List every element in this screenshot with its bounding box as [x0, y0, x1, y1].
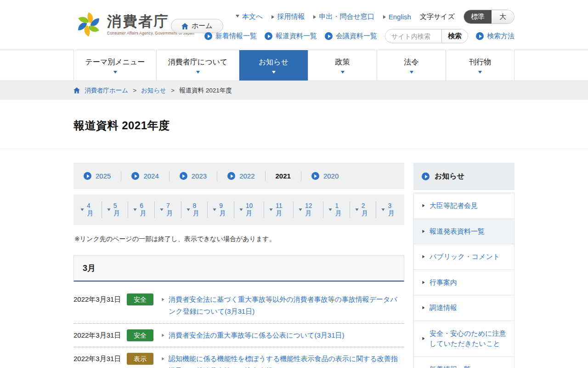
- search-input[interactable]: [385, 30, 441, 42]
- utility-link[interactable]: English: [383, 13, 411, 21]
- news-link[interactable]: 消費者安全法に基づく重大事故等以外の消費者事故等の事故情報データバンク登録につい…: [169, 293, 404, 318]
- pinwheel-logo-icon: [75, 10, 102, 40]
- font-size-large-button[interactable]: 大: [492, 10, 514, 23]
- news-link[interactable]: 認知機能に係る機能性を標ぼうする機能性表示食品の表示に関する改善指導及び一般消費…: [169, 353, 404, 368]
- year-link[interactable]: 2025: [74, 171, 121, 181]
- sidebar-item-label: 安全・安心のために注意していただきたいこと: [430, 328, 509, 349]
- sidebar-item[interactable]: 大臣等記者会見: [414, 193, 514, 219]
- nav-item-label: 政策: [335, 58, 350, 67]
- chevron-down-icon: [134, 208, 137, 211]
- nav-item[interactable]: 消費者庁について: [156, 50, 239, 80]
- month-link-label: 10月: [246, 202, 259, 218]
- chevron-down-icon: [341, 71, 345, 74]
- month-link-label: 1月: [335, 202, 345, 218]
- chevron-down-icon: [355, 208, 358, 211]
- sidebar-item-label: 大臣等記者会見: [430, 201, 478, 211]
- quick-link[interactable]: 会議資料一覧: [325, 32, 377, 40]
- year-link[interactable]: 2024: [121, 171, 169, 181]
- sidebar-item[interactable]: 調達情報: [414, 295, 514, 321]
- year-link[interactable]: 2021: [266, 171, 301, 181]
- month-link-label: 2月: [362, 202, 371, 218]
- home-icon: [181, 23, 188, 29]
- month-link-label: 5月: [113, 202, 123, 218]
- breadcrumb-section-link[interactable]: お知らせ: [141, 86, 166, 95]
- link-arrow-icon: [422, 337, 424, 340]
- month-link[interactable]: 11月: [264, 201, 294, 218]
- sidebar: お知らせ 大臣等記者会見 報道発表資料一覧: [413, 163, 514, 368]
- sidebar-item[interactable]: 安全・安心のために注意していただきたいこと: [414, 321, 514, 357]
- category-badge: 安全: [127, 329, 153, 341]
- quick-link-label: 報道資料一覧: [276, 32, 317, 40]
- category-badge: 表示: [127, 353, 153, 365]
- sidebar-item[interactable]: 行事案内: [414, 270, 514, 296]
- year-link-label: 2021: [276, 172, 291, 180]
- chevron-down-icon: [113, 71, 117, 74]
- year-link[interactable]: 2020: [301, 171, 349, 181]
- utility-link-label: 申出・問合せ窓口: [319, 12, 374, 21]
- year-link[interactable]: 2022: [217, 171, 265, 181]
- year-link-label: 2023: [192, 172, 207, 180]
- chevron-down-icon: [410, 71, 413, 74]
- month-link[interactable]: 12月: [294, 201, 323, 218]
- month-link[interactable]: 10月: [234, 201, 264, 218]
- sidebar-item[interactable]: パブリック・コメント: [414, 244, 514, 270]
- sidebar-heading-label: お知らせ: [435, 172, 464, 181]
- search-button[interactable]: 検索: [441, 29, 468, 43]
- utility-nav: 本文へ 採用情報 申出・問合せ窓口 English: [236, 10, 514, 24]
- nav-item-label: 刊行物: [469, 58, 491, 67]
- chevron-down-icon: [329, 208, 332, 211]
- nav-item[interactable]: お知らせ: [239, 50, 308, 80]
- month-link[interactable]: 9月: [208, 201, 234, 218]
- chevron-down-icon: [478, 71, 482, 74]
- utility-link[interactable]: 本文へ: [236, 12, 263, 21]
- font-size-standard-button[interactable]: 標準: [464, 10, 492, 23]
- quick-links-row: 新着情報一覧 報道資料一覧 会議資料一覧 検索: [204, 29, 514, 43]
- month-link[interactable]: 5月: [102, 201, 129, 218]
- chevron-down-icon: [382, 208, 385, 211]
- nav-item-label: お知らせ: [259, 58, 288, 67]
- utility-link[interactable]: 申出・問合せ窓口: [313, 12, 374, 21]
- link-arrow-icon: [162, 298, 164, 301]
- month-link[interactable]: 7月: [155, 201, 181, 218]
- chevron-down-icon: [299, 208, 302, 211]
- link-arrow-icon: [422, 204, 424, 207]
- month-link[interactable]: 1月: [323, 201, 350, 218]
- year-link-label: 2025: [96, 172, 111, 180]
- quick-link-label: 新着情報一覧: [215, 32, 257, 40]
- year-link[interactable]: 2023: [170, 171, 217, 181]
- month-link[interactable]: 4月: [75, 201, 102, 218]
- circle-arrow-icon: [84, 172, 91, 180]
- search-help-link[interactable]: 検索方法: [476, 32, 514, 40]
- month-link-label: 9月: [219, 202, 229, 218]
- utility-link[interactable]: 採用情報: [271, 12, 305, 21]
- category-badge: 安全: [127, 293, 153, 305]
- nav-item-label: テーマ別メニュー: [85, 58, 145, 67]
- nav-item[interactable]: 政策: [308, 50, 377, 80]
- circle-arrow-icon: [422, 172, 430, 180]
- month-link-label: 12月: [305, 202, 318, 218]
- link-arrow-icon: [422, 281, 424, 284]
- nav-item[interactable]: 刊行物: [446, 50, 514, 80]
- month-link[interactable]: 3月: [376, 201, 402, 218]
- month-link[interactable]: 6月: [128, 201, 155, 218]
- sidebar-item-label: 報道発表資料一覧: [430, 226, 485, 237]
- chevron-down-icon: [196, 71, 200, 74]
- chevron-down-icon: [160, 208, 163, 211]
- breadcrumb: 消費者庁ホーム > お知らせ > 報道資料 2021年度: [0, 81, 588, 100]
- link-notice: ※リンク先のページの一部は終了し、表示できない場合があります。: [74, 235, 403, 243]
- quick-link[interactable]: 新着情報一覧: [204, 32, 257, 40]
- month-link[interactable]: 2月: [350, 201, 377, 218]
- nav-item[interactable]: テーマ別メニュー: [74, 50, 156, 80]
- sidebar-item[interactable]: 報道発表資料一覧: [414, 219, 514, 245]
- month-link[interactable]: 8月: [181, 201, 208, 218]
- nav-item-label: 消費者庁について: [168, 58, 228, 67]
- nav-item[interactable]: 法令: [377, 50, 446, 80]
- news-date: 2022年3月31日: [74, 353, 125, 365]
- month-link-label: 4月: [87, 202, 96, 218]
- breadcrumb-home-link[interactable]: 消費者庁ホーム: [85, 86, 128, 95]
- quick-link[interactable]: 報道資料一覧: [265, 32, 317, 40]
- circle-arrow-icon: [180, 172, 187, 180]
- nav-item-label: 法令: [404, 58, 419, 67]
- sidebar-item[interactable]: 新着情報一覧: [414, 357, 514, 368]
- news-link[interactable]: 消費者安全法の重大事故等に係る公表について(3月31日): [169, 329, 344, 341]
